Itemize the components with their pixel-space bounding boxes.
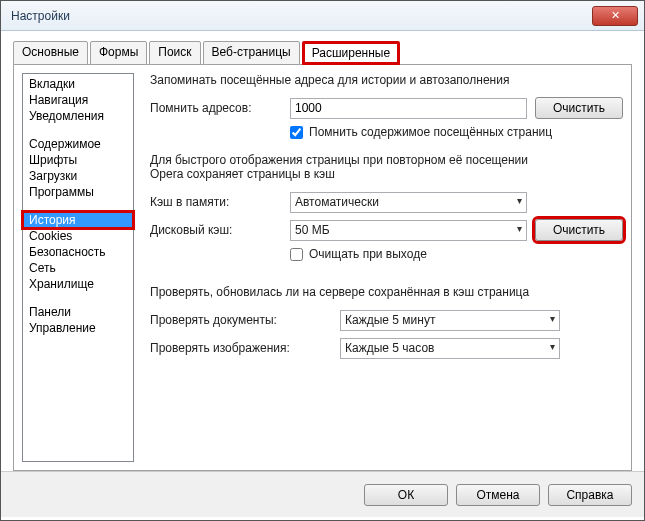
check-images-value: Каждые 5 часов (345, 341, 434, 355)
check-documents-label: Проверять документы: (150, 313, 340, 327)
sidebar-item-manage[interactable]: Управление (23, 320, 133, 336)
sidebar-item-history[interactable]: История (23, 212, 133, 228)
tab-basic[interactable]: Основные (13, 41, 88, 65)
sidebar-item-security[interactable]: Безопасность (23, 244, 133, 260)
help-button[interactable]: Справка (548, 484, 632, 506)
tab-forms[interactable]: Формы (90, 41, 147, 65)
sidebar-item-network[interactable]: Сеть (23, 260, 133, 276)
close-button[interactable]: ✕ (592, 6, 638, 26)
titlebar: Настройки ✕ (1, 1, 644, 31)
memory-cache-label: Кэш в памяти: (150, 195, 290, 209)
sidebar-item-storage[interactable]: Хранилище (23, 276, 133, 292)
clear-on-exit-checkbox[interactable] (290, 248, 303, 261)
remember-content-label: Помнить содержимое посещённых страниц (309, 125, 552, 139)
cache-description-2: Opera сохраняет страницы в кэш (150, 167, 623, 181)
sidebar: Вкладки Навигация Уведомления Содержимое… (22, 73, 134, 462)
tab-search[interactable]: Поиск (149, 41, 200, 65)
sidebar-item-tabs[interactable]: Вкладки (23, 76, 133, 92)
cancel-button[interactable]: Отмена (456, 484, 540, 506)
sidebar-item-cookies[interactable]: Cookies (23, 228, 133, 244)
sidebar-item-programs[interactable]: Программы (23, 184, 133, 200)
check-description: Проверять, обновилась ли на сервере сохр… (150, 285, 623, 299)
sidebar-item-fonts[interactable]: Шрифты (23, 152, 133, 168)
disk-cache-value: 50 МБ (295, 223, 330, 237)
check-images-combo[interactable]: Каждые 5 часов (340, 338, 560, 359)
check-documents-combo[interactable]: Каждые 5 минут (340, 310, 560, 331)
disk-cache-combo[interactable]: 50 МБ (290, 220, 527, 241)
history-description: Запоминать посещённые адреса для истории… (150, 73, 623, 87)
sidebar-item-downloads[interactable]: Загрузки (23, 168, 133, 184)
memory-cache-value: Автоматически (295, 195, 379, 209)
check-images-label: Проверять изображения: (150, 341, 340, 355)
tab-webpages[interactable]: Веб-страницы (203, 41, 300, 65)
memory-cache-combo[interactable]: Автоматически (290, 192, 527, 213)
tab-advanced[interactable]: Расширенные (302, 41, 401, 65)
sidebar-item-panels[interactable]: Панели (23, 304, 133, 320)
sidebar-item-notifications[interactable]: Уведомления (23, 108, 133, 124)
clear-disk-cache-button[interactable]: Очистить (535, 219, 623, 241)
settings-main: Запоминать посещённые адреса для истории… (150, 73, 623, 462)
clear-history-button[interactable]: Очистить (535, 97, 623, 119)
sidebar-item-navigation[interactable]: Навигация (23, 92, 133, 108)
disk-cache-label: Дисковый кэш: (150, 223, 290, 237)
close-icon: ✕ (611, 9, 620, 22)
tab-panel-advanced: Вкладки Навигация Уведомления Содержимое… (13, 64, 632, 471)
remember-content-checkbox[interactable] (290, 126, 303, 139)
remember-addresses-label: Помнить адресов: (150, 101, 290, 115)
sidebar-item-content[interactable]: Содержимое (23, 136, 133, 152)
check-documents-value: Каждые 5 минут (345, 313, 435, 327)
ok-button[interactable]: ОК (364, 484, 448, 506)
remember-addresses-input[interactable] (290, 98, 527, 119)
clear-on-exit-label: Очищать при выходе (309, 247, 427, 261)
cache-description-1: Для быстрого отображения страницы при по… (150, 153, 623, 167)
dialog-footer: ОК Отмена Справка (1, 471, 644, 517)
window-title: Настройки (11, 9, 592, 23)
tab-strip: Основные Формы Поиск Веб-страницы Расшир… (13, 41, 632, 65)
